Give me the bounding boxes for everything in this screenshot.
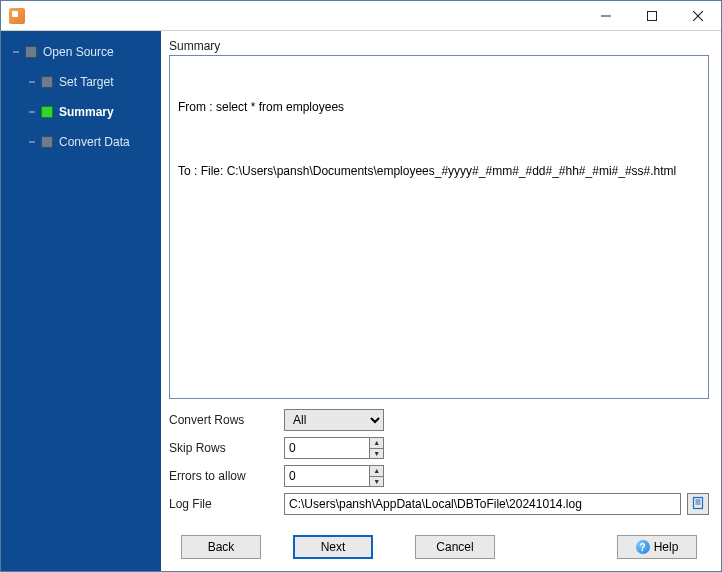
log-file-input[interactable] (284, 493, 681, 515)
main-panel: Summary From : select * from employees T… (161, 31, 721, 571)
step-box-icon (25, 46, 37, 58)
step-label: Open Source (43, 45, 114, 59)
help-button-label: Help (654, 540, 679, 554)
svg-rect-4 (694, 497, 703, 508)
next-button[interactable]: Next (293, 535, 373, 559)
maximize-button[interactable] (629, 1, 675, 31)
close-button[interactable] (675, 1, 721, 31)
titlebar (1, 1, 721, 31)
tree-dash-icon (29, 111, 35, 113)
wizard-sidebar: Open Source Set Target Summary Convert D… (1, 31, 161, 571)
summary-to-line: To : File: C:\Users\pansh\Documents\empl… (178, 162, 700, 180)
step-box-icon (41, 76, 53, 88)
step-box-icon (41, 136, 53, 148)
body: Open Source Set Target Summary Convert D… (1, 31, 721, 571)
minimize-button[interactable] (583, 1, 629, 31)
step-set-target[interactable]: Set Target (1, 71, 161, 93)
step-convert-data[interactable]: Convert Data (1, 131, 161, 153)
step-label: Summary (59, 105, 114, 119)
row-log-file: Log File (169, 493, 709, 515)
options-form: Convert Rows All Skip Rows ▲ ▼ (169, 399, 709, 525)
cancel-button[interactable]: Cancel (415, 535, 495, 559)
step-summary[interactable]: Summary (1, 101, 161, 123)
log-file-label: Log File (169, 497, 284, 511)
document-icon (691, 496, 705, 513)
skip-rows-spinner[interactable]: ▲ ▼ (284, 437, 384, 459)
errors-allow-input[interactable] (285, 466, 369, 486)
convert-rows-label: Convert Rows (169, 413, 284, 427)
step-label: Convert Data (59, 135, 130, 149)
skip-rows-label: Skip Rows (169, 441, 284, 455)
summary-from-line: From : select * from employees (178, 98, 700, 116)
step-open-source[interactable]: Open Source (1, 41, 161, 63)
log-file-browse-button[interactable] (687, 493, 709, 515)
row-errors-allow: Errors to allow ▲ ▼ (169, 465, 709, 487)
summary-text: From : select * from employees To : File… (169, 55, 709, 399)
row-convert-rows: Convert Rows All (169, 409, 709, 431)
step-label: Set Target (59, 75, 113, 89)
convert-rows-select[interactable]: All (284, 409, 384, 431)
spin-up-icon[interactable]: ▲ (370, 438, 383, 449)
summary-label: Summary (169, 39, 709, 53)
skip-rows-input[interactable] (285, 438, 369, 458)
tree-dash-icon (13, 51, 19, 53)
back-button[interactable]: Back (181, 535, 261, 559)
errors-allow-spinner[interactable]: ▲ ▼ (284, 465, 384, 487)
tree-dash-icon (29, 141, 35, 143)
spin-up-icon[interactable]: ▲ (370, 466, 383, 477)
svg-rect-1 (648, 11, 657, 20)
tree-dash-icon (29, 81, 35, 83)
row-skip-rows: Skip Rows ▲ ▼ (169, 437, 709, 459)
errors-allow-label: Errors to allow (169, 469, 284, 483)
spin-down-icon[interactable]: ▼ (370, 449, 383, 459)
help-button[interactable]: ? Help (617, 535, 697, 559)
step-box-icon (41, 106, 53, 118)
app-window: Open Source Set Target Summary Convert D… (0, 0, 722, 572)
help-icon: ? (636, 540, 650, 554)
spin-down-icon[interactable]: ▼ (370, 477, 383, 487)
button-bar: Back Next Cancel ? Help (169, 525, 709, 571)
app-icon (9, 8, 25, 24)
